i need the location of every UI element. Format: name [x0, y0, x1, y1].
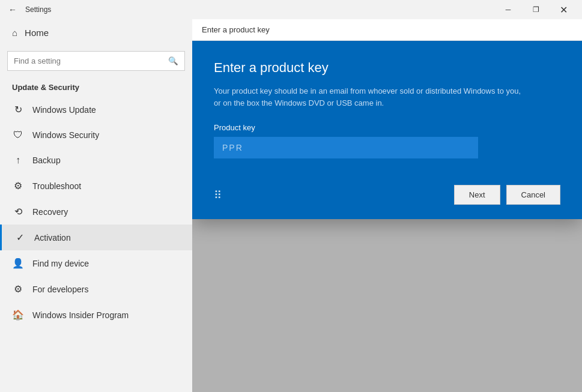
product-key-label: Product key — [214, 123, 560, 132]
titlebar-title: Settings — [25, 5, 51, 14]
product-key-dialog: Enter a product key Enter a product key … — [192, 19, 582, 219]
sidebar-home-label: Home — [25, 28, 49, 38]
sidebar-item-windows-security[interactable]: 🛡 Windows Security — [0, 122, 192, 148]
product-key-input[interactable] — [214, 137, 478, 158]
home-icon: ⌂ — [12, 28, 17, 38]
sidebar-item-label: Backup — [32, 155, 61, 165]
search-button[interactable]: 🔍 — [162, 52, 184, 70]
search-box: 🔍 — [7, 51, 185, 71]
cancel-button[interactable]: Cancel — [506, 185, 560, 205]
titlebar-controls: ─ ❐ ✕ — [494, 0, 577, 19]
minimize-button[interactable]: ─ — [494, 0, 522, 19]
sidebar-item-label: Troubleshoot — [32, 181, 81, 191]
sidebar-item-label: Windows Insider Program — [32, 310, 129, 320]
next-button[interactable]: Next — [454, 185, 500, 205]
sidebar-item-recovery[interactable]: ⟲ Recovery — [0, 199, 192, 225]
sidebar-item-backup[interactable]: ↑ Backup — [0, 148, 192, 173]
main-layout: ⌂ Home 🔍 Update & Security ↻ Windows Upd… — [0, 19, 582, 392]
dialog-footer: ⠿ Next Cancel — [192, 175, 582, 219]
windows-insider-icon: 🏠 — [12, 309, 24, 321]
sidebar-item-label: Windows Update — [32, 105, 96, 115]
loading-spinner: ⠿ — [214, 188, 222, 202]
dialog-heading: Enter a product key — [214, 60, 560, 76]
search-container: 🔍 — [0, 46, 192, 78]
sidebar-item-troubleshoot[interactable]: ⚙ Troubleshoot — [0, 173, 192, 199]
backup-icon: ↑ — [12, 155, 24, 166]
sidebar-home[interactable]: ⌂ Home — [0, 19, 192, 46]
restore-button[interactable]: ❐ — [522, 0, 550, 19]
windows-update-icon: ↻ — [12, 104, 24, 115]
sidebar-item-label: Recovery — [32, 207, 68, 217]
activation-icon: ✓ — [14, 232, 26, 243]
sidebar-item-label: Windows Security — [32, 130, 99, 140]
dialog-body: Enter a product key Your product key sho… — [192, 41, 582, 175]
titlebar: ← Settings ─ ❐ ✕ — [0, 0, 582, 19]
sidebar-item-find-my-device[interactable]: 👤 Find my device — [0, 250, 192, 276]
troubleshoot-icon: ⚙ — [12, 180, 24, 191]
sidebar-item-windows-insider[interactable]: 🏠 Windows Insider Program — [0, 302, 192, 328]
find-my-device-icon: 👤 — [12, 258, 24, 269]
sidebar-item-activation[interactable]: ✓ Activation — [0, 225, 192, 250]
sidebar-item-label: For developers — [32, 285, 88, 294]
for-developers-icon: ⚙ — [12, 283, 24, 295]
sidebar-item-label: Activation — [34, 233, 71, 243]
recovery-icon: ⟲ — [12, 206, 24, 217]
back-button[interactable]: ← — [5, 2, 20, 17]
content-area: Activation Windows Edition Windows 10 Ho… — [192, 19, 582, 392]
sidebar-item-windows-update[interactable]: ↻ Windows Update — [0, 97, 192, 122]
sidebar-item-label: Find my device — [32, 259, 89, 268]
close-button[interactable]: ✕ — [550, 0, 577, 19]
sidebar-item-for-developers[interactable]: ⚙ For developers — [0, 276, 192, 302]
search-input[interactable] — [8, 52, 162, 70]
dialog-titlebar: Enter a product key — [192, 19, 582, 41]
windows-security-icon: 🛡 — [12, 130, 24, 140]
dialog-overlay: Enter a product key Enter a product key … — [192, 19, 582, 392]
sidebar-section-title: Update & Security — [0, 78, 192, 97]
sidebar: ⌂ Home 🔍 Update & Security ↻ Windows Upd… — [0, 19, 192, 392]
titlebar-left: ← Settings — [5, 2, 51, 17]
dialog-desc: Your product key should be in an email f… — [214, 85, 526, 109]
